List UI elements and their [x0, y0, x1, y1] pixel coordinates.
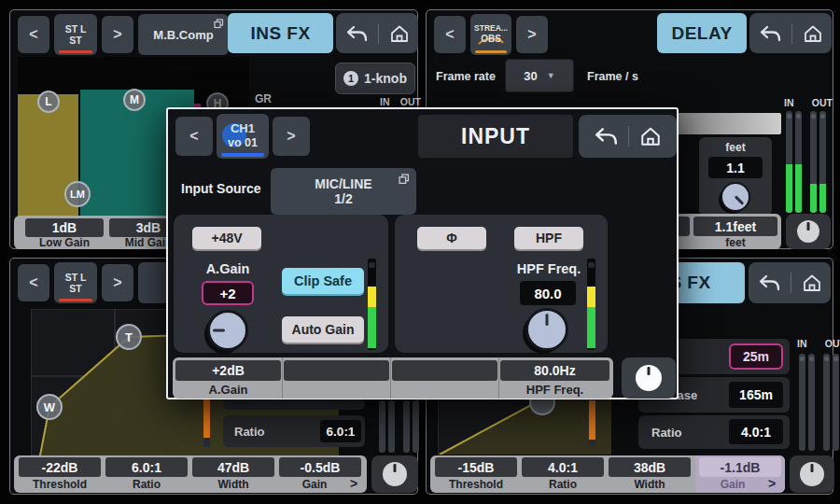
- param-cell-ratio[interactable]: 4.0:1: [522, 457, 604, 477]
- input-level-meter: [368, 259, 376, 350]
- prev-channel-button[interactable]: <: [18, 16, 49, 53]
- home-button[interactable]: [639, 126, 662, 147]
- analog-gain-knob[interactable]: [207, 310, 248, 351]
- one-knob-button[interactable]: 1 1-knob: [335, 63, 415, 94]
- in-meter: [379, 400, 385, 453]
- hpf-button[interactable]: HPF: [514, 227, 583, 249]
- next-channel-button[interactable]: >: [102, 16, 133, 53]
- more-params-arrow[interactable]: >: [764, 477, 779, 490]
- channel-select-button[interactable]: CH1 vo 01: [217, 114, 269, 159]
- in-label: IN: [797, 338, 807, 349]
- channel-color-bar: [221, 153, 264, 157]
- param-label-gain: Gain: [699, 478, 766, 490]
- param-cell-threshold[interactable]: -15dB: [435, 457, 517, 477]
- prev-channel-button[interactable]: <: [434, 16, 466, 53]
- param-label-again: A.Gain: [175, 383, 281, 397]
- knob-pointer: [213, 329, 225, 332]
- back-button[interactable]: [345, 24, 368, 43]
- analog-gain-value[interactable]: +2: [202, 281, 254, 305]
- param-cell-width[interactable]: 47dB: [192, 457, 274, 477]
- param-cell-empty[interactable]: [284, 360, 389, 381]
- param-cell-low-gain[interactable]: 1dB: [25, 218, 104, 237]
- knob-assign-button[interactable]: [790, 455, 834, 493]
- ratio-value[interactable]: 4.0:1: [729, 419, 783, 444]
- channel-select-button[interactable]: ST L ST: [54, 14, 97, 55]
- low-band-handle[interactable]: L: [37, 91, 60, 113]
- knob-assign-button[interactable]: [371, 455, 418, 493]
- one-knob-badge-icon: 1: [343, 71, 358, 86]
- param-cell-gain[interactable]: -0.5dB: [279, 457, 361, 477]
- ratio-value[interactable]: 6.0:1: [320, 420, 361, 442]
- low-mid-crossover-handle[interactable]: LM: [64, 181, 91, 207]
- attack-value[interactable]: 25m: [729, 343, 783, 370]
- param-cell-again[interactable]: +2dB: [175, 360, 281, 381]
- channel-color-bar: [475, 50, 507, 53]
- delay-knob[interactable]: [721, 182, 750, 212]
- param-cell-threshold[interactable]: -22dB: [19, 457, 101, 477]
- back-button[interactable]: [758, 273, 780, 292]
- out-label: OUT: [400, 96, 421, 107]
- width-handle[interactable]: W: [36, 394, 63, 420]
- frame-rate-unit: Frame / s: [587, 70, 638, 83]
- param-label-ratio: Ratio: [105, 478, 188, 490]
- home-button[interactable]: [389, 24, 410, 43]
- back-button[interactable]: [594, 126, 618, 147]
- channel-select-button[interactable]: ST L ST: [54, 262, 97, 303]
- knob-pointer: [735, 195, 745, 205]
- more-params-arrow[interactable]: >: [346, 477, 361, 490]
- channel-select-button[interactable]: STREA... OBS: [470, 14, 511, 55]
- release-value[interactable]: 165m: [729, 382, 783, 408]
- param-label-threshold: Threshold: [19, 478, 101, 490]
- hpf-freq-value[interactable]: 80.0: [520, 281, 576, 305]
- param-cell-hpf[interactable]: 80.0Hz: [500, 360, 609, 381]
- frame-rate-select[interactable]: 30 ▼: [505, 59, 574, 92]
- channel-color-bar: [59, 299, 92, 301]
- dialog-title: INPUT: [418, 115, 573, 158]
- copy-icon: [214, 19, 224, 29]
- phase-button[interactable]: Φ: [417, 227, 486, 249]
- home-button[interactable]: [802, 273, 822, 292]
- knob-assign-button[interactable]: [786, 214, 831, 249]
- next-channel-button[interactable]: >: [273, 117, 310, 156]
- prev-channel-button[interactable]: <: [175, 117, 213, 156]
- param-cell-width[interactable]: 38dB: [609, 457, 691, 477]
- parameter-bar: -22dB 6.0:1 47dB -0.5dB Threshold Ratio …: [14, 455, 367, 493]
- one-knob-label: 1-knob: [364, 71, 407, 86]
- nav-group: [336, 13, 418, 53]
- auto-gain-button[interactable]: Auto Gain: [282, 316, 364, 343]
- delay-value[interactable]: 1.1: [708, 157, 763, 178]
- out-meter: [810, 111, 817, 213]
- param-cell-empty[interactable]: [392, 360, 497, 381]
- page-title-delay[interactable]: DELAY: [657, 13, 747, 53]
- input-source-button[interactable]: MIC/LINE 1/2: [271, 168, 416, 215]
- knob-pointer: [546, 314, 549, 326]
- next-channel-button[interactable]: >: [102, 264, 133, 301]
- input-source-value: MIC/LINE: [315, 176, 371, 191]
- channel-name: ST L: [65, 23, 87, 35]
- back-button[interactable]: [759, 24, 781, 43]
- phantom-power-button[interactable]: +48V: [192, 227, 261, 249]
- threshold-handle[interactable]: T: [116, 324, 142, 350]
- home-button[interactable]: [803, 24, 823, 43]
- param-cell-delay[interactable]: 1.1feet: [693, 217, 777, 236]
- divider: [791, 23, 792, 44]
- nav-group: [579, 115, 677, 158]
- param-cell-gain-selected[interactable]: -1.1dB: [699, 457, 781, 477]
- next-channel-button[interactable]: >: [516, 16, 548, 53]
- page-title-insfx[interactable]: INS FX: [228, 13, 333, 53]
- clip-safe-button[interactable]: Clip Safe: [282, 268, 364, 294]
- delay-value-box: feet 1.1: [699, 137, 772, 216]
- param-label-hpf: HPF Freq.: [500, 383, 609, 397]
- knob-assign-button[interactable]: [622, 357, 676, 399]
- mid-band-handle[interactable]: M: [123, 89, 146, 111]
- insert-name: M.B.Comp: [153, 28, 213, 42]
- chevron-left-icon: <: [29, 274, 37, 291]
- out-label: OUT: [825, 338, 840, 349]
- prev-channel-button[interactable]: <: [18, 264, 49, 301]
- hpf-freq-knob[interactable]: [525, 308, 568, 351]
- param-label-width: Width: [192, 478, 274, 490]
- param-cell-ratio[interactable]: 6.0:1: [105, 457, 188, 477]
- input-level-meter: [587, 259, 595, 350]
- param-label-ratio: Ratio: [522, 478, 604, 490]
- insert-select-button[interactable]: M.B.Comp: [138, 14, 229, 55]
